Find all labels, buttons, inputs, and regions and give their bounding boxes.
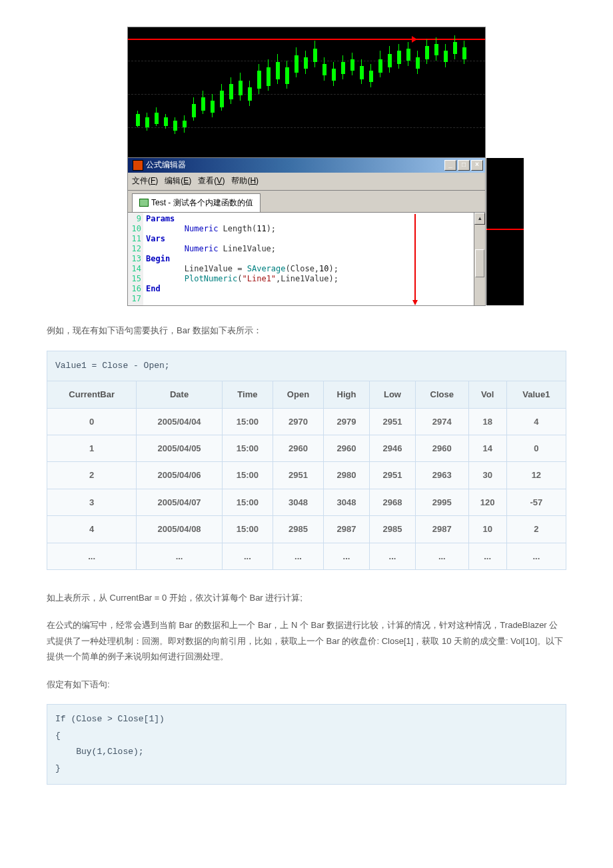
app-icon — [133, 160, 143, 171]
line-gutter: 91011121314151617 — [128, 213, 143, 305]
chart-and-editor: 公式编辑器 _ □ × 文件(F)编辑(E)查看(V)帮助(H) Test - … — [127, 27, 486, 306]
code-block-1: Value1 = Close - Open; — [47, 351, 566, 381]
titlebar[interactable]: 公式编辑器 _ □ × — [128, 158, 485, 173]
execution-pointer — [414, 214, 416, 304]
window-title: 公式编辑器 — [146, 158, 186, 173]
maximize-button[interactable]: □ — [458, 160, 470, 171]
minimize-button[interactable]: _ — [444, 160, 456, 171]
editor-tab[interactable]: Test - 测试各个内建函数的值 — [132, 193, 261, 213]
paragraph-2: 如上表所示，从 CurrentBar = 0 开始，依次计算每个 Bar 进行计… — [47, 590, 566, 605]
chart-right-panel — [486, 158, 524, 305]
code-block-2: If (Close > Close[1]) { Buy(1,Close); } — [47, 704, 566, 785]
close-button[interactable]: × — [471, 160, 483, 171]
menubar[interactable]: 文件(F)编辑(E)查看(V)帮助(H) — [128, 173, 485, 190]
tab-label: Test - 测试各个内建函数的值 — [151, 198, 253, 207]
bar-data-table: CurrentBarDateTimeOpenHighLowCloseVolVal… — [47, 381, 566, 570]
paragraph-1: 例如，现在有如下语句需要执行，Bar 数据如下表所示： — [47, 323, 566, 338]
tabbar: Test - 测试各个内建函数的值 — [128, 190, 485, 213]
code-text[interactable]: Params Numeric Length(11);Vars Numeric L… — [143, 213, 474, 305]
vertical-scrollbar[interactable]: ▴ — [474, 213, 485, 305]
formula-editor-window: 公式编辑器 _ □ × 文件(F)编辑(E)查看(V)帮助(H) Test - … — [128, 157, 485, 305]
candlestick-chart — [128, 27, 485, 157]
scroll-up-button[interactable]: ▴ — [474, 213, 485, 225]
file-icon — [139, 199, 149, 207]
scroll-thumb[interactable] — [475, 249, 484, 277]
paragraph-4: 假定有如下语句: — [47, 677, 566, 692]
code-editor[interactable]: 91011121314151617 Params Numeric Length(… — [128, 212, 485, 305]
paragraph-3: 在公式的编写中，经常会遇到当前 Bar 的数据和上一个 Bar，上 N 个 Ba… — [47, 617, 566, 664]
